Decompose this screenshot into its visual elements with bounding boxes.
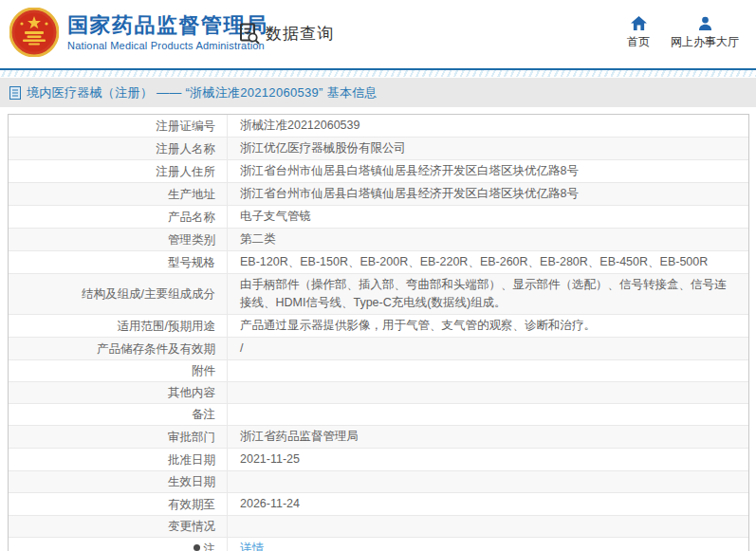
table-row: 管理类别 第二类: [9, 229, 748, 251]
row-value: /: [228, 338, 748, 359]
row-label: 适用范围/预期用途: [9, 315, 228, 337]
nav-item-home[interactable]: 首页: [627, 16, 650, 50]
row-value: 浙江省台州市仙居县白塔镇仙居县经济开发区白塔区块优亿路8号: [228, 183, 748, 205]
table-row: 有效期至 2026-11-24: [9, 493, 748, 516]
row-label: 备注: [9, 404, 228, 425]
row-value: 浙江省台州市仙居县白塔镇仙居县经济开发区白塔区块优亿路8号: [228, 160, 748, 182]
row-label: 注册证编号: [9, 115, 228, 137]
lightbulb-icon: [193, 544, 201, 551]
top-nav: 首页 网上办事大厅: [627, 16, 739, 50]
row-value: 浙械注准20212060539: [228, 115, 748, 137]
row-label: 注: [9, 538, 228, 551]
row-label: 型号规格: [9, 251, 228, 273]
row-value: [228, 516, 748, 537]
breadcrumb-text: 境内医疗器械（注册） —— “浙械注准20212060539” 基本信息: [27, 84, 378, 101]
table-row: 其他内容: [9, 382, 748, 404]
row-label: 变更情况: [9, 516, 228, 537]
row-value: 浙江优亿医疗器械股份有限公司: [228, 138, 748, 159]
row-label: 审批部门: [9, 426, 228, 448]
breadcrumb: 境内医疗器械（注册） —— “浙械注准20212060539” 基本信息: [0, 78, 756, 107]
row-value: 2026-11-24: [228, 493, 748, 515]
table-row: 注册证编号 浙械注准20212060539: [9, 115, 748, 138]
table-row: 生效日期: [9, 471, 748, 493]
data-query-section: 数据查询: [238, 22, 334, 46]
header: 国家药品监督管理局 National Medical Products Admi…: [0, 0, 756, 68]
table-row: 注 详情: [9, 538, 748, 551]
nav-service-hall-label: 网上办事大厅: [671, 34, 739, 50]
table-row: 产品储存条件及有效期 /: [9, 338, 748, 360]
row-label: 产品储存条件及有效期: [9, 338, 228, 359]
row-value: [228, 360, 748, 381]
row-label: 生效日期: [9, 471, 228, 492]
table-row: 型号规格 EB-120R、EB-150R、EB-200R、EB-220R、EB-…: [9, 251, 748, 274]
row-value: 产品通过显示器提供影像，用于气管、支气管的观察、诊断和治疗。: [228, 315, 748, 337]
row-value: 浙江省药品监督管理局: [228, 426, 748, 448]
nav-item-service-hall[interactable]: 网上办事大厅: [671, 16, 739, 50]
data-query-title: 数据查询: [266, 23, 334, 45]
row-label: 管理类别: [9, 229, 228, 250]
table-row: 产品名称 电子支气管镜: [9, 206, 748, 229]
national-emblem-logo: [9, 8, 59, 57]
row-value: 2021-11-25: [228, 449, 748, 470]
table-row: 适用范围/预期用途 产品通过显示器提供影像，用于气管、支气管的观察、诊断和治疗。: [9, 315, 748, 338]
row-label: 注册人名称: [9, 138, 228, 159]
document-icon: [9, 86, 21, 100]
decorative-stripe-band: [0, 70, 756, 77]
table-row: 变更情况: [9, 516, 748, 538]
person-icon: [698, 16, 712, 30]
info-table: 注册证编号 浙械注准20212060539 注册人名称 浙江优亿医疗器械股份有限…: [8, 114, 749, 551]
details-link[interactable]: 详情: [240, 542, 264, 551]
table-row: 注册人住所 浙江省台州市仙居县白塔镇仙居县经济开发区白塔区块优亿路8号: [9, 160, 748, 183]
row-label: 生产地址: [9, 183, 228, 205]
table-row: 生产地址 浙江省台州市仙居县白塔镇仙居县经济开发区白塔区块优亿路8号: [9, 183, 748, 206]
row-value: 由手柄部件（操作部、插入部、弯曲部和头端部）、显示部件（选配）、信号转接盒、信号…: [228, 274, 748, 314]
nav-home-label: 首页: [627, 34, 650, 50]
table-row: 结构及组成/主要组成成分 由手柄部件（操作部、插入部、弯曲部和头端部）、显示部件…: [9, 274, 748, 315]
row-value: [228, 404, 748, 425]
row-label: 附件: [9, 360, 228, 381]
row-value: EB-120R、EB-150R、EB-200R、EB-220R、EB-260R、…: [228, 251, 748, 273]
row-value: 电子支气管镜: [228, 206, 748, 228]
table-row: 注册人名称 浙江优亿医疗器械股份有限公司: [9, 138, 748, 160]
table-row: 批准日期 2021-11-25: [9, 449, 748, 471]
row-label: 有效期至: [9, 493, 228, 515]
table-row: 备注: [9, 404, 748, 426]
row-value: [228, 471, 748, 492]
data-query-icon: [238, 22, 261, 46]
row-label: 产品名称: [9, 206, 228, 228]
brand: 国家药品监督管理局 National Medical Products Admi…: [9, 8, 268, 57]
row-label: 结构及组成/主要组成成分: [9, 274, 228, 314]
row-value: [228, 382, 748, 403]
row-value: 第二类: [228, 229, 748, 250]
home-icon: [631, 16, 647, 30]
row-label: 批准日期: [9, 449, 228, 470]
table-row: 附件: [9, 360, 748, 382]
row-label: 注册人住所: [9, 160, 228, 182]
row-label: 其他内容: [9, 382, 228, 403]
row-value: 详情: [228, 538, 748, 551]
table-row: 审批部门 浙江省药品监督管理局: [9, 426, 748, 449]
